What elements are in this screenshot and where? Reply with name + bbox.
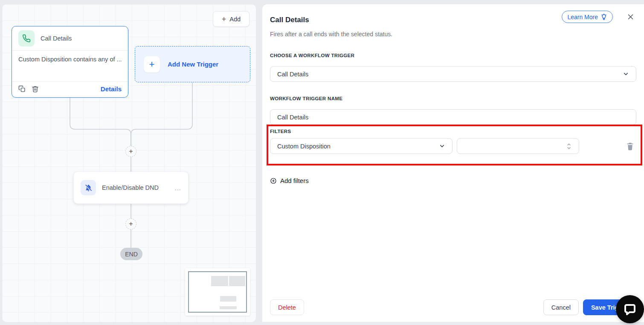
trigger-settings-panel: Call Details Learn More Fires after a ca… xyxy=(262,4,644,322)
plus-icon: + xyxy=(144,56,160,73)
minimap-node xyxy=(211,276,228,286)
panel-title: Call Details xyxy=(270,16,309,24)
delete-filter-trash-icon[interactable] xyxy=(626,142,635,151)
trigger-card-header: Call Details xyxy=(12,26,128,51)
trigger-card-footer: Details xyxy=(12,82,128,97)
canvas-add-label: Add xyxy=(229,16,241,23)
filter-field-value: Custom Disposition xyxy=(277,143,331,150)
filters-label: FILTERS xyxy=(270,129,636,134)
copy-icon[interactable] xyxy=(18,85,26,93)
action-card-dnd[interactable]: Enable/Disable DND ... xyxy=(73,171,189,204)
minimap-node xyxy=(229,276,245,286)
trigger-details-link[interactable]: Details xyxy=(101,85,122,93)
plus-icon: + xyxy=(222,15,226,23)
delete-button[interactable]: Delete xyxy=(270,299,304,315)
add-new-trigger-button[interactable]: + Add New Trigger xyxy=(135,46,250,82)
trigger-card-title: Call Details xyxy=(41,35,72,42)
workflow-canvas[interactable]: + Add Call Details Custom Disposition co… xyxy=(2,4,256,322)
trigger-name-input[interactable] xyxy=(270,109,636,125)
chevron-down-icon xyxy=(623,71,629,77)
minimap[interactable] xyxy=(185,268,250,316)
trigger-card-condition: Custom Disposition contains any of ... xyxy=(12,51,128,82)
minimap-node xyxy=(220,306,237,309)
trash-icon[interactable] xyxy=(32,85,39,93)
filter-row: Custom Disposition xyxy=(270,138,636,154)
add-filters-label: Add filters xyxy=(280,177,309,184)
speech-bubble-icon xyxy=(623,302,637,316)
action-card-title: Enable/Disable DND xyxy=(102,184,168,191)
live-chat-widget-button[interactable] xyxy=(616,295,644,323)
minimap-viewport xyxy=(188,271,247,313)
end-node: END xyxy=(120,248,142,260)
learn-more-label: Learn More xyxy=(567,14,598,20)
panel-footer: Delete Cancel Save Trigger xyxy=(270,299,636,315)
chevron-updown-icon xyxy=(566,143,572,150)
add-new-trigger-label: Add New Trigger xyxy=(168,61,218,68)
filter-value-select[interactable] xyxy=(457,138,579,154)
end-label: END xyxy=(125,251,138,258)
close-icon[interactable] xyxy=(627,13,634,20)
circle-plus-icon xyxy=(270,177,277,184)
add-step-button-1[interactable]: + xyxy=(125,146,136,157)
lightbulb-icon xyxy=(600,14,607,20)
filters-section: FILTERS Custom Disposition xyxy=(270,129,636,154)
minimap-node xyxy=(220,296,236,302)
chevron-down-icon xyxy=(439,143,445,149)
cancel-button[interactable]: Cancel xyxy=(543,299,579,315)
workflow-trigger-select-value: Call Details xyxy=(277,71,308,78)
canvas-add-button[interactable]: + Add xyxy=(213,11,249,27)
learn-more-button[interactable]: Learn More xyxy=(562,11,613,23)
workflow-trigger-select[interactable]: Call Details xyxy=(270,66,636,82)
plus-icon: + xyxy=(129,220,133,228)
panel-subtitle: Fires after a call ends with the selecte… xyxy=(270,31,636,38)
ellipsis-menu-icon[interactable]: ... xyxy=(174,184,181,192)
bell-off-icon xyxy=(81,180,96,195)
trigger-name-label: WORKFLOW TRIGGER NAME xyxy=(270,96,636,101)
panel-header: Call Details Learn More xyxy=(270,4,636,29)
add-filters-button[interactable]: Add filters xyxy=(270,177,309,184)
filter-field-select[interactable]: Custom Disposition xyxy=(270,138,453,154)
plus-icon: + xyxy=(129,148,133,155)
choose-trigger-label: CHOOSE A WORKFLOW TRIGGER xyxy=(270,53,636,58)
phone-icon xyxy=(18,30,35,46)
trigger-card-call-details[interactable]: Call Details Custom Disposition contains… xyxy=(12,26,128,98)
add-step-button-2[interactable]: + xyxy=(125,218,136,229)
